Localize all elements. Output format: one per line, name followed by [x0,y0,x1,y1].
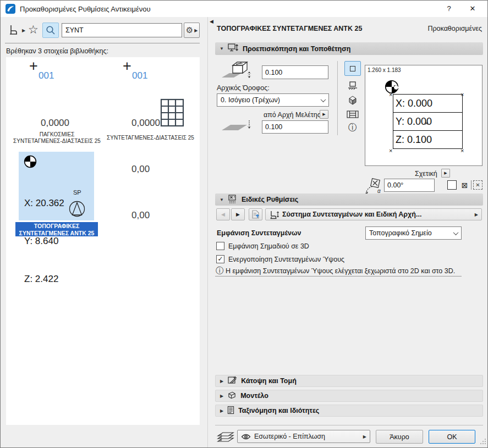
flyout-arrow-icon: ▶ [475,212,478,217]
section-plan-and-section[interactable]: ▶ Κάτοψη και Τομή [215,375,483,387]
coord-value: 0,00 [131,162,160,177]
mirror-last-button[interactable]: ✕ [473,180,482,190]
grid-table-icon [160,98,184,129]
hotspot-x-icon: × [425,120,428,126]
item-caption-line: ΣΥΝΤΕΤΑΓΜΕΝΕΣ-ΔΙΑΣΤΑΣΕΙΣ 25 [12,138,102,145]
expanded-triangle-icon: ▼ [220,197,224,202]
hotspot-cross-icon: + [123,60,131,71]
footer-separator [215,425,483,425]
hotspot-x-icon: × [460,92,464,97]
offset-input[interactable] [262,120,328,134]
preview-2d-symbol-button[interactable] [344,61,361,76]
preview-movie-button[interactable] [344,107,361,121]
coordinate-display-dropdown[interactable]: Τοπογραφικό Σημείο [365,226,462,240]
transfer-settings-button[interactable] [249,208,262,220]
relative-label: Σχετική [415,170,437,178]
section-model[interactable]: ▶ Μοντέλο [215,390,483,402]
library-item-coords-dims[interactable]: + 001 0,0000 0,00 0,00 ΣΥΝΤΕΤΑΓΜΕΝΕΣ-ΔΙΑ… [105,59,196,147]
close-button[interactable]: ✕ [464,1,481,17]
show-marker-3d-checkbox[interactable] [216,242,224,250]
cube-3d-icon [347,95,358,106]
favorites-star-icon[interactable]: ☆ [28,23,39,36]
layer-dropdown[interactable]: Εσωτερικό - Επίπλωση ▶ [237,430,370,443]
home-story-dropdown[interactable]: 0. Ισόγειο (Τρέχων) [217,93,329,107]
coord-y: Y: 8.640 [24,235,64,247]
section-title: Μοντέλο [240,392,268,400]
search-button[interactable] [42,23,59,38]
hotspot-cross-icon: + [29,60,38,71]
chevron-down-icon [321,97,326,102]
section-title: Κάτοψη και Τομή [241,377,297,385]
browser-flyout-arrow-icon[interactable]: ▶ [22,28,25,33]
collapse-left-panel-icon[interactable]: ◀ [210,19,213,24]
mirror-off-button[interactable] [447,180,457,190]
next-page-button[interactable]: ▶ [231,208,245,220]
dialog-title: Προκαθορισμένες Ρυθμίσεις Αντικειμένου [20,5,151,13]
cancel-button[interactable]: Άκυρο [376,430,423,444]
resize-grip[interactable] [480,438,486,446]
mirror-on-button[interactable]: ⊠ [460,180,469,190]
enable-height-checkbox[interactable]: ✓ [216,255,224,263]
preview-coord-x: X: 0.000 [393,94,463,113]
height-input[interactable] [262,65,328,79]
search-icon [46,25,56,35]
item-caption-line: ΣΥΝΤΕΤΑΓΜΕΝΕΣ-ΔΙΑΣΤΑΣΕΙΣ 25 [105,135,196,141]
expanded-triangle-icon: ▼ [220,46,224,51]
gear-flyout-arrow-icon: ▶ [194,28,198,33]
object-height-icon [220,60,253,81]
arrow-right-icon: ▶ [236,212,240,217]
item-caption-line: ΠΑΓΚΟΣΜΙΕΣ [12,131,102,138]
previous-page-button[interactable]: ◀ [216,208,230,220]
search-settings-button[interactable]: ⚙▶ [184,23,200,38]
custom-settings-page-button[interactable]: Σύστημα Συντεταγμένων και Ειδική Αρχή...… [265,208,482,220]
coord-z: Z: 2.422 [24,273,64,285]
offset-from-story-icon [220,118,253,136]
layers-icon [217,430,234,444]
section-classification-properties[interactable]: ▶ Ταξινόμηση και Ιδιότητες [215,405,483,417]
preview-coord-z: Z: 0.100 [393,130,463,149]
collapsed-triangle-icon: ▶ [220,394,223,399]
search-input[interactable] [62,23,182,37]
selected-item-caption: ΤΟΠΟΓΡΑΦΙΚΕΣ ΣΥΝΤΕΤΑΓΜΕΝΕΣ ΑΝΤΚ 25 [15,222,98,236]
marker-number: 001 [39,70,54,81]
home-story-label: Αρχικός Όροφος: [217,84,270,92]
front-view-icon [347,81,358,90]
mirror-divider [471,180,471,190]
section-custom-settings[interactable]: ▼ Ειδικές Ρυθμίσεις [215,193,483,206]
section-title: Ταξινόμηση και Ιδιότητες [238,407,319,414]
flyout-arrow-icon: ▶ [363,434,366,439]
archicad-logo-icon [6,4,15,15]
collapsed-triangle-icon: ▶ [220,379,223,384]
page-title: Σύστημα Συντεταγμένων και Ειδική Αρχή... [282,211,421,218]
enable-height-label: Ενεργοποίηση Συντεταγμένων Ύψους [228,256,344,263]
library-item-list[interactable]: + 001 0,0000 0,0000 0,0000 ΠΑΓΚΟΣΜΙΕΣ ΣΥ… [6,57,200,425]
hotspot-x-icon: × [389,92,392,97]
relative-flyout-button[interactable]: ▶ [441,169,450,178]
panel-divider [207,17,208,448]
preview-3d-button[interactable] [344,92,361,107]
show-marker-3d-label: Εμφάνιση Σημαδιού σε 3D [228,242,309,250]
layer-name: Εσωτερικό - Επίπλωση [254,433,325,440]
preview-placement-icon [228,43,239,54]
selected-item-thumbnail: X: 20.362 Y: 8.640 Z: 2.422 SP [19,152,94,220]
search-results-text: Βρέθηκαν 3 στοιχεία βιβλιοθήκης: [6,47,108,55]
reference-flyout-button[interactable]: ▶ [320,110,328,119]
sp-label: SP [73,189,81,196]
selected-object-name: ΤΟΠΟΓΡΑΦΙΚΕΣ ΣΥΝΤΕΤΑΓΜΕΝΕΣ ΑΝΤΚ 25 [217,25,362,32]
survey-point-icon [24,155,37,170]
object-browser-icon[interactable] [8,24,21,38]
library-item-topo-coords-selected[interactable]: X: 20.362 Y: 8.640 Z: 2.422 SP ΤΟΠΟΓΡΑΦΙ… [15,151,98,237]
preview-size-label: 1.260 x 1.183 [368,67,401,73]
marker-number: 001 [132,70,147,81]
coord-value: 0,00 [131,208,160,223]
preview-front-view-button[interactable] [344,78,361,93]
section-preview-placement[interactable]: ▼ Προεπισκόπηση και Τοποθέτηση [215,42,483,55]
object-preview-canvas[interactable]: 1.260 x 1.183 X: 0.000 Y: 0.000 Z: 0.100… [365,65,482,166]
preview-toolbar-divider [337,61,338,135]
help-button[interactable]: ? [441,1,457,17]
preview-info-button[interactable]: ⓘ [344,120,361,135]
station-point-symbol-icon [68,200,86,219]
rotation-angle-input[interactable] [384,179,435,192]
library-item-global-coords[interactable]: + 001 0,0000 0,0000 0,0000 ΠΑΓΚΟΣΜΙΕΣ ΣΥ… [12,59,102,147]
ok-button[interactable]: OK [429,430,475,444]
